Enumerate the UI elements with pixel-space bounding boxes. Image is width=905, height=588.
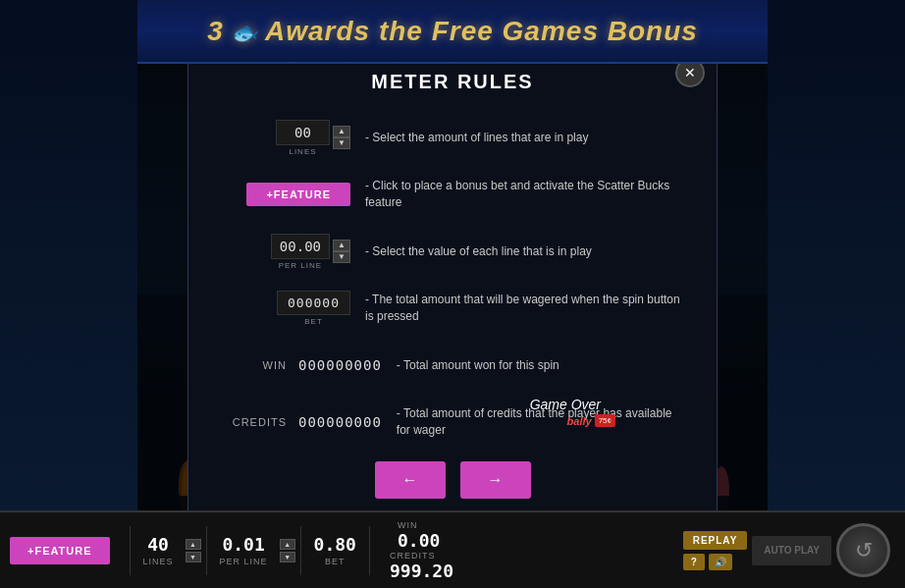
bottom-bar: +FEATURE 40 LINES ▲ ▼ 0.01 PER LINE ▲ ▼ [0, 510, 905, 588]
bottom-lines-up[interactable]: ▲ [186, 539, 201, 550]
bottom-bet-value: 0.80 [314, 534, 356, 555]
perline-label: PER LINE [271, 261, 330, 270]
feature-control: +FEATURE [223, 183, 350, 206]
divider-1 [130, 526, 131, 575]
lines-stepper[interactable]: ▲ ▼ [333, 126, 350, 149]
modal-overlay: METER RULES ✕ 00 LINES ▲ ▼ - Sel [137, 64, 768, 510]
win-value: 000000000 [298, 357, 382, 373]
bet-description: - The total amount that will be wagered … [365, 292, 682, 325]
close-button[interactable]: ✕ [675, 64, 705, 87]
lines-value: 00 [276, 120, 330, 145]
bottom-credits-row: CREDITS 999.20 [390, 551, 453, 581]
rule-row-perline: 00.00 PER LINE ▲ ▼ - Select the value of… [223, 232, 682, 271]
bottom-credits-value: 999.20 [390, 561, 453, 581]
help-sound-row: ? 🔊 [683, 554, 748, 570]
bottom-perline-section: 0.01 PER LINE [212, 534, 276, 566]
lines-control: 00 LINES ▲ ▼ [223, 120, 350, 156]
credits-row: CREDITS 000000000 [223, 414, 382, 430]
win-label: WIN [223, 359, 287, 371]
bet-control: 000000 BET [223, 291, 350, 326]
help-button[interactable]: ? [683, 554, 705, 570]
divider-3 [300, 526, 301, 575]
lines-description: - Select the amount of lines that are in… [365, 130, 682, 146]
rule-row-lines: 00 LINES ▲ ▼ - Select the amount of line… [223, 118, 682, 157]
nav-arrows: ← → [223, 461, 682, 499]
perline-description: - Select the value of each line that is … [365, 243, 682, 260]
logo-area: bally 75¢ [567, 414, 615, 427]
side-panel-right [768, 0, 905, 510]
bottom-lines-down[interactable]: ▼ [186, 552, 201, 562]
lines-down-btn[interactable]: ▼ [333, 137, 350, 149]
bottom-credits-label: CREDITS [390, 551, 436, 561]
game-over-text: Game Over [530, 397, 601, 412]
perline-control: 00.00 PER LINE ▲ ▼ [223, 234, 350, 270]
modal-title: METER RULES [223, 71, 682, 93]
divider-2 [206, 526, 207, 575]
prev-button[interactable]: ← [375, 461, 446, 499]
bottom-perline-up[interactable]: ▲ [280, 539, 295, 550]
win-control: WIN 000000000 [223, 357, 382, 373]
lines-label: LINES [276, 147, 330, 156]
spin-icon: ↺ [855, 538, 873, 563]
game-area: METER RULES ✕ 00 LINES ▲ ▼ - Sel [137, 64, 768, 510]
bottom-lines-label: LINES [143, 557, 174, 566]
bet-value: 000000 [277, 291, 350, 315]
top-banner: 3 🐟 Awards the Free Games Bonus [137, 0, 768, 64]
next-arrow-icon: → [488, 471, 504, 489]
bottom-lines-section: 40 LINES [135, 534, 182, 566]
bottom-win-section: WIN 0.00 [390, 520, 453, 551]
bottom-lines-group: 40 LINES ▲ ▼ [135, 534, 201, 566]
bet-display: 000000 BET [277, 291, 350, 326]
bottom-perline-value: 0.01 [222, 534, 264, 555]
perline-up-btn[interactable]: ▲ [333, 240, 350, 251]
bottom-perline-group: 0.01 PER LINE ▲ ▼ [212, 534, 295, 566]
bally-badge: 75¢ [595, 414, 615, 427]
bottom-buttons: REPLAY ? 🔊 [683, 531, 748, 570]
perline-down-btn[interactable]: ▼ [333, 251, 350, 263]
rule-row-bet: 000000 BET - The total amount that will … [223, 289, 682, 328]
credits-label: CREDITS [223, 416, 287, 428]
bally-logo: bally [567, 415, 592, 427]
divider-4 [369, 526, 370, 575]
game-frame: 3 🐟 Awards the Free Games Bonus [0, 0, 905, 588]
rule-row-feature: +FEATURE - Click to place a bonus bet an… [223, 175, 682, 214]
prev-arrow-icon: ← [402, 471, 418, 489]
perline-value: 00.00 [271, 234, 330, 259]
rule-row-win: WIN 000000000 - Total amount won for thi… [223, 346, 682, 385]
bottom-win-label: WIN [398, 520, 418, 530]
win-row: WIN 000000000 [223, 357, 382, 373]
next-button[interactable]: → [460, 461, 531, 499]
bottom-win-value: 0.00 [398, 530, 440, 551]
win-description: - Total amount won for this spin [397, 357, 682, 374]
bottom-lines-value: 40 [147, 534, 169, 555]
bottom-feature-button[interactable]: +FEATURE [10, 537, 110, 564]
lines-up-btn[interactable]: ▲ [333, 126, 350, 137]
feature-description: - Click to place a bonus bet and activat… [365, 178, 682, 211]
auto-play-label: AUTO PLAY [764, 545, 820, 556]
banner-number: 3 [207, 16, 224, 46]
credits-control: CREDITS 000000000 [223, 414, 382, 430]
replay-button[interactable]: REPLAY [683, 531, 748, 550]
banner-subtitle: Awards the Free Games Bonus [265, 16, 698, 46]
side-panel-left [0, 0, 137, 510]
feature-button[interactable]: +FEATURE [246, 183, 350, 206]
bet-label: BET [277, 317, 350, 326]
bottom-lines-stepper[interactable]: ▲ ▼ [186, 539, 201, 562]
modal-dialog: METER RULES ✕ 00 LINES ▲ ▼ - Sel [187, 64, 718, 510]
spin-button[interactable]: ↺ [836, 523, 890, 577]
sound-button[interactable]: 🔊 [709, 554, 732, 570]
auto-play-button[interactable]: AUTO PLAY [752, 536, 831, 565]
bottom-bet-section: 0.80 BET [306, 534, 364, 566]
perline-stepper[interactable]: ▲ ▼ [333, 240, 350, 263]
bottom-perline-down[interactable]: ▼ [280, 552, 295, 562]
bottom-perline-stepper[interactable]: ▲ ▼ [280, 539, 295, 562]
banner-text: 3 🐟 Awards the Free Games Bonus [207, 16, 698, 47]
bottom-bet-label: BET [325, 557, 346, 566]
bottom-perline-label: PER LINE [220, 557, 268, 566]
credits-value: 000000000 [298, 414, 382, 430]
